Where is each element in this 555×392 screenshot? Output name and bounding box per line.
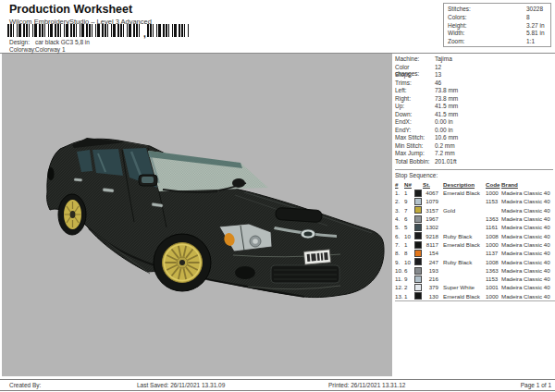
needle-number: 8 [404, 249, 414, 257]
stop-sequence-body: 1.14067Emerald Black1000Madeira Classic … [395, 189, 555, 300]
thread-brand: Madeira Classic 40 [501, 283, 555, 291]
summary-value: 3.27 in [526, 22, 545, 31]
needle-number: 1 [404, 292, 414, 301]
thread-brand: Madeira Classic 40 [501, 249, 555, 257]
stitch-count: 9218 [423, 231, 440, 239]
needle-number: 9 [404, 275, 414, 283]
thread-color-cell [414, 292, 423, 301]
machine-info-label: Right: [395, 95, 435, 104]
row-number: 10. [395, 266, 404, 275]
machine-info-label: Up: [395, 103, 435, 111]
thread-description [440, 275, 486, 283]
thread-color-chip [414, 215, 422, 223]
stitch-count: 8117 [423, 240, 440, 249]
colorway-name: Colorway 1 [35, 46, 66, 53]
thread-code: 1137 [486, 249, 501, 257]
machine-info-label: Max Jump: [395, 150, 435, 158]
rear-door-window [92, 149, 123, 176]
machine-info-row: Max Stitch:10.6 mm [395, 134, 553, 142]
stop-sequence-row: 4.619671363Madeira Classic 40 [395, 214, 555, 223]
thread-description [440, 214, 486, 223]
thread-color-cell [414, 266, 423, 275]
thread-code [486, 206, 501, 214]
summary-box: Stitches:30228Colors:8Height:3.27 inWidt… [443, 3, 551, 47]
machine-info-value: 0.2 mm [435, 142, 455, 151]
summary-row: Colors:8 [444, 14, 550, 22]
needle-number: 5 [404, 223, 414, 231]
machine-info-row: Max Jump:7.2 mm [395, 150, 553, 158]
thread-color-chip [414, 276, 422, 283]
thread-brand: Madeira Classic 40 [501, 231, 555, 239]
row-number: 4. [395, 214, 404, 223]
thread-color-chip [414, 190, 422, 197]
thread-color-cell [414, 240, 423, 249]
stop-sequence-header: # N# St. Description Code Brand [395, 180, 555, 189]
stop-sequence-row: 1.14067Emerald Black1000Madeira Classic … [395, 189, 555, 197]
machine-info-value: 7.2 mm [435, 150, 455, 158]
summary-label: Colors: [448, 14, 526, 22]
thread-color-cell [414, 197, 423, 205]
thread-description: Ruby Black [440, 257, 486, 265]
needle-number: 2 [404, 283, 414, 291]
thread-color-cell [414, 206, 423, 214]
stop-sequence-row: 12.2379Super White1001Madeira Classic 40 [395, 283, 555, 291]
fender-trim [74, 178, 82, 182]
divider [395, 169, 553, 170]
machine-info: Machine:TajimaColor changes:12Stops:13Tr… [395, 55, 553, 165]
thread-color-chip [414, 267, 422, 275]
printed-at: Printed: 26/11/2021 13.31.12 [328, 382, 405, 388]
summary-label: Stitches: [448, 6, 526, 14]
stitch-count: 1302 [423, 223, 440, 231]
col-num: # [395, 180, 404, 189]
machine-info-label: Color changes: [395, 64, 435, 72]
summary-row: Width:5.81 in [444, 30, 550, 38]
thread-color-chip [414, 258, 422, 265]
thread-brand: Madeira Classic 40 [501, 223, 555, 231]
machine-info-value: 73.8 mm [435, 95, 458, 104]
stop-sequence-row: 3.73157GoldMadeira Classic 40 [395, 206, 555, 214]
thread-description: Emerald Black [440, 240, 486, 249]
thread-description: Emerald Black [440, 292, 486, 301]
design-canvas [2, 54, 392, 376]
machine-info-row: Machine:Tajima [395, 55, 553, 64]
thread-color-chip [414, 224, 422, 231]
machine-info-label: EndY: [395, 127, 435, 135]
thread-description [440, 249, 486, 257]
summary-label: Width: [448, 30, 526, 38]
summary-value: 30228 [526, 6, 543, 14]
production-worksheet-page: Production Worksheet Wilcom EmbroiderySt… [0, 0, 555, 392]
design-row: Design: car black GC3 5,8 in [9, 39, 90, 45]
machine-info-value: 0.00 in [435, 127, 453, 135]
worksheet-footer: Created By: Last Saved: 26/11/2021 13.31… [0, 379, 555, 391]
design-label: Design: [9, 39, 35, 45]
machine-info-label: Stops: [395, 71, 435, 80]
machine-info-value: 12 [435, 64, 441, 72]
col-chip [414, 180, 423, 189]
machine-info-value: 10.6 mm [435, 134, 458, 142]
barcode-segment-main [7, 24, 142, 37]
license-plate [303, 250, 330, 264]
thread-color-chip [414, 292, 422, 300]
stitch-count: 3157 [423, 206, 440, 214]
summary-row: Zoom:1:1 [444, 38, 550, 46]
stitch-count: 1967 [423, 214, 440, 223]
thread-code: 1008 [486, 231, 501, 239]
summary-row: Stitches:30228 [444, 6, 550, 14]
row-number: 2. [395, 197, 404, 205]
machine-info-row: Up:41.5 mm [395, 103, 553, 111]
summary-value: 8 [526, 14, 530, 22]
stop-sequence-row: 5.513021161Madeira Classic 40 [395, 223, 555, 231]
row-number: 11. [395, 275, 404, 283]
stitch-count: 193 [423, 266, 440, 275]
thread-code: 1153 [486, 197, 501, 205]
thread-color-cell [414, 189, 423, 197]
row-number: 13. [395, 292, 404, 301]
stitch-count: 4067 [423, 189, 440, 197]
row-number: 6. [395, 231, 404, 239]
machine-info-label: Min Stitch: [395, 142, 435, 151]
thread-color-cell [414, 231, 423, 239]
thread-brand: Madeira Classic 40 [501, 189, 555, 197]
col-stitches: St. [423, 180, 440, 189]
needle-number: 1 [404, 189, 414, 197]
thread-brand: Madeira Classic 40 [501, 214, 555, 223]
